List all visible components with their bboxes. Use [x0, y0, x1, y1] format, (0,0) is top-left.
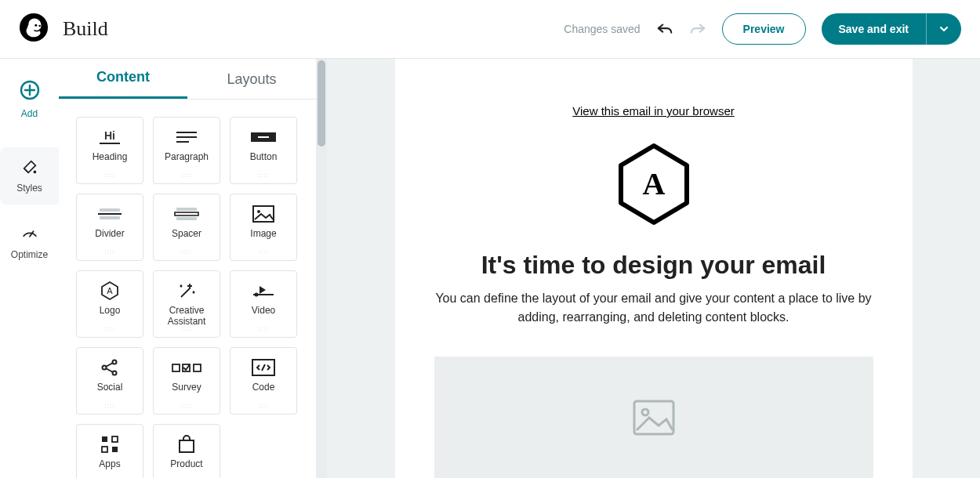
divider-icon [96, 204, 123, 224]
block-creative-assistant[interactable]: Creative Assistant :::: [153, 270, 220, 338]
rail-styles-label: Styles [16, 183, 42, 194]
svg-rect-27 [172, 364, 180, 371]
block-code[interactable]: Code :::: [230, 347, 297, 415]
mailchimp-logo-icon [19, 13, 49, 45]
svg-point-2 [38, 25, 40, 27]
email-canvas-wrap: View this email in your browser A It's t… [327, 59, 980, 478]
svg-rect-16 [253, 206, 274, 222]
block-heading[interactable]: Hi Heading :::: [76, 117, 143, 184]
view-in-browser-link[interactable]: View this email in your browser [572, 104, 734, 118]
svg-rect-34 [112, 447, 118, 452]
block-logo[interactable]: A Logo :::: [76, 270, 143, 338]
email-logo-placeholder[interactable]: A [615, 141, 693, 230]
preview-button[interactable]: Preview [722, 13, 806, 45]
svg-rect-12 [100, 216, 120, 219]
paragraph-icon [175, 127, 198, 147]
svg-rect-9 [258, 136, 269, 138]
rail-optimize-label: Optimize [11, 249, 48, 260]
block-social[interactable]: Social :::: [76, 347, 143, 415]
video-icon [252, 281, 275, 301]
survey-icon [171, 357, 202, 378]
save-dropdown-button[interactable] [926, 13, 961, 45]
image-icon [252, 204, 274, 224]
save-and-exit-button[interactable]: Save and exit [822, 13, 927, 45]
share-icon [100, 357, 119, 378]
email-canvas[interactable]: View this email in your browser A It's t… [395, 59, 913, 478]
rail-styles[interactable]: Styles [0, 147, 59, 205]
scrollbar-thumb[interactable] [318, 60, 325, 147]
button-icon [250, 127, 277, 147]
left-rail: Add Styles Optimize [0, 59, 59, 478]
svg-rect-31 [102, 436, 107, 442]
undo-icon[interactable] [656, 21, 673, 37]
block-survey[interactable]: Survey :::: [153, 347, 220, 415]
tab-layouts[interactable]: Layouts [187, 71, 316, 99]
gauge-icon [21, 225, 38, 244]
svg-rect-10 [100, 208, 120, 212]
svg-rect-14 [175, 212, 198, 215]
block-button[interactable]: Button :::: [230, 117, 297, 184]
svg-point-1 [34, 24, 37, 27]
email-subtext[interactable]: You can define the layout of your email … [430, 289, 878, 327]
blocks-grid: Hi Heading :::: Paragraph :::: Button ::… [59, 100, 316, 478]
sidebar-scrollbar[interactable] [316, 59, 327, 478]
block-product[interactable]: Product :::: [153, 424, 220, 478]
sidebar-tabs: Content Layouts [59, 59, 316, 100]
heading-icon: Hi [100, 127, 120, 147]
apps-grid-icon [100, 434, 119, 454]
page-title: Build [63, 17, 108, 41]
svg-rect-32 [112, 436, 118, 442]
svg-rect-29 [194, 364, 201, 371]
header-actions: Changes saved Preview Save and exit [564, 13, 961, 45]
svg-point-39 [642, 409, 648, 415]
block-apps[interactable]: Apps :::: [76, 424, 143, 478]
svg-rect-13 [176, 208, 197, 211]
paint-icon [21, 158, 38, 178]
rail-optimize[interactable]: Optimize [0, 219, 59, 266]
shopping-bag-icon [177, 434, 196, 454]
rail-add[interactable]: Add [0, 73, 59, 125]
svg-line-25 [106, 363, 113, 367]
main-body: Add Styles Optimize Content Layouts Hi [0, 59, 980, 478]
top-header: Build Changes saved Preview Save and exi… [0, 0, 980, 59]
block-paragraph[interactable]: Paragraph :::: [153, 117, 220, 184]
email-image-placeholder[interactable] [434, 357, 873, 478]
svg-point-17 [257, 210, 260, 213]
svg-rect-38 [634, 401, 673, 434]
spacer-icon [173, 204, 200, 224]
svg-rect-33 [102, 447, 107, 452]
plus-circle-icon [19, 79, 41, 103]
code-icon [252, 357, 275, 378]
svg-text:A: A [642, 166, 665, 201]
sparkle-wand-icon [176, 281, 197, 301]
email-headline[interactable]: It's time to design your email [481, 251, 826, 280]
sidebar-panel: Content Layouts Hi Heading :::: Paragrap… [59, 59, 316, 478]
svg-rect-35 [180, 440, 194, 452]
svg-point-21 [255, 293, 259, 297]
logo-hex-icon: A [100, 281, 120, 301]
brand-section: Build [19, 13, 108, 45]
tab-content[interactable]: Content [59, 69, 187, 99]
block-image[interactable]: Image :::: [230, 194, 297, 261]
rail-add-label: Add [21, 108, 38, 119]
block-spacer[interactable]: Spacer :::: [153, 194, 220, 261]
svg-line-26 [106, 368, 113, 372]
save-status: Changes saved [564, 23, 640, 35]
redo-icon[interactable] [689, 21, 706, 37]
save-and-exit-group: Save and exit [822, 13, 962, 45]
block-divider[interactable]: Divider :::: [76, 194, 143, 261]
block-video[interactable]: Video :::: [230, 270, 297, 338]
svg-rect-15 [176, 217, 197, 220]
svg-text:A: A [107, 286, 113, 295]
svg-point-4 [33, 171, 36, 174]
